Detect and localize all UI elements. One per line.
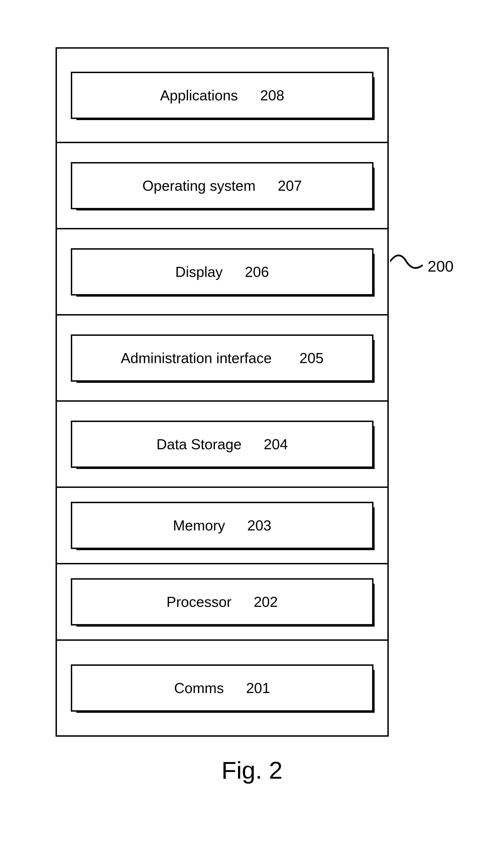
block-ref: 208 <box>260 87 284 104</box>
stack-cell: Data Storage 204 <box>57 402 388 488</box>
block-comms: Comms 201 <box>71 664 374 712</box>
outer-ref-label: 200 <box>428 257 454 275</box>
block-label: Operating system <box>142 177 256 194</box>
block-ref: 206 <box>245 263 269 280</box>
block-ref: 203 <box>248 517 271 534</box>
leader-line-icon <box>390 250 424 275</box>
figure-caption: Fig. 2 <box>0 756 504 784</box>
block-operating-system: Operating system 207 <box>71 162 374 209</box>
stack-cell: Applications 208 <box>57 49 388 143</box>
block-ref: 205 <box>299 350 324 366</box>
stack-cell: Comms 201 <box>57 641 388 735</box>
block-label: Administration interface <box>121 350 271 366</box>
block-label: Display <box>175 263 223 280</box>
block-label: Applications <box>160 87 238 104</box>
block-label: Processor <box>167 593 232 610</box>
stack-cell: Display 206 <box>57 229 388 316</box>
stack-cell: Operating system 207 <box>57 143 388 229</box>
stack-cell: Administration interface 205 <box>57 316 388 402</box>
block-label: Data Storage <box>156 436 241 453</box>
block-display: Display 206 <box>71 248 374 296</box>
figure-page: Applications 208 Operating system 207 Di… <box>0 0 504 859</box>
system-stack: Applications 208 Operating system 207 Di… <box>56 47 389 737</box>
block-applications: Applications 208 <box>71 72 374 119</box>
block-ref: 201 <box>246 680 270 696</box>
block-processor: Processor 202 <box>71 578 374 626</box>
block-admin-interface: Administration interface 205 <box>71 334 374 382</box>
stack-cell: Memory 203 <box>57 488 388 564</box>
block-data-storage: Data Storage 204 <box>71 421 374 468</box>
stack-cell: Processor 202 <box>57 564 388 641</box>
block-ref: 207 <box>278 177 302 194</box>
block-label: Memory <box>173 517 225 534</box>
block-ref: 202 <box>254 593 278 610</box>
block-ref: 204 <box>264 436 288 453</box>
block-label: Comms <box>174 680 224 696</box>
block-memory: Memory 203 <box>71 502 374 549</box>
